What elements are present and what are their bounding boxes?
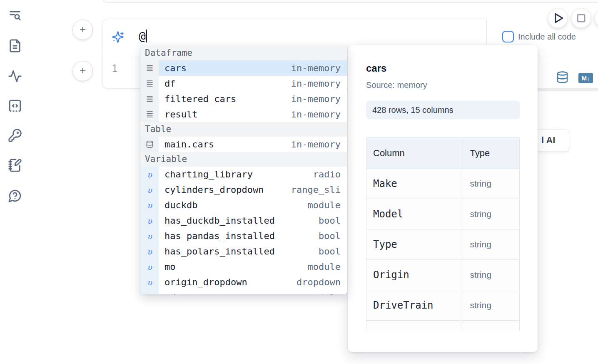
variable-icon: υ	[140, 259, 159, 274]
table-row: DriveTrain string	[366, 290, 520, 321]
sparkles-icon	[112, 31, 124, 43]
autocomplete-item-df[interactable]: dfin-memory	[140, 76, 347, 91]
type-header: Type	[463, 138, 520, 169]
rows-icon	[140, 60, 159, 76]
rows-icon	[140, 107, 159, 122]
variable-icon: υ	[140, 274, 159, 290]
checkbox-zone-divider	[486, 19, 487, 45]
file-document-icon[interactable]	[8, 39, 22, 53]
database-icon	[140, 137, 159, 152]
autocomplete-item-main-cars[interactable]: main.carsin-memory	[140, 137, 347, 152]
notebook-pen-icon[interactable]	[8, 158, 22, 172]
variable-icon: υ	[140, 244, 159, 259]
autocomplete-item-has-polars-installed[interactable]: υ has_polars_installedbool	[140, 244, 347, 259]
include-all-code-label: Include all code	[518, 32, 576, 42]
table-row: Model string	[366, 199, 520, 229]
variable-icon: υ	[140, 182, 159, 197]
markdown-icon[interactable]: M↓	[578, 73, 593, 83]
variable-icon: υ	[140, 290, 159, 294]
autocomplete-item-result[interactable]: resultin-memory	[140, 107, 347, 122]
add-cell-below-button[interactable]: +	[72, 61, 93, 81]
sidebar	[0, 0, 30, 364]
previous-cell-edge	[102, 0, 598, 3]
add-cell-above-button[interactable]: +	[72, 20, 93, 40]
rows-icon	[140, 76, 159, 91]
help-chat-icon[interactable]	[8, 189, 22, 203]
variable-icon: υ	[140, 197, 159, 213]
line-number: 1	[112, 63, 117, 75]
variable-icon: υ	[140, 167, 159, 182]
autocomplete-item-has-duckdb-installed[interactable]: υ has_duckdb_installedbool	[140, 213, 347, 228]
activity-pulse-icon[interactable]	[8, 69, 22, 83]
schema-header-row: Column Type	[366, 138, 520, 169]
shape-badge: 428 rows, 15 columns	[366, 101, 520, 119]
table-row: Origin string	[366, 260, 520, 290]
dataframe-preview-panel: cars Source: memory 428 rows, 15 columns…	[348, 45, 538, 352]
autocomplete-item-filtered-cars[interactable]: filtered_carsin-memory	[140, 91, 347, 107]
autocomplete-item-cylinders-dropdown[interactable]: υ cylinders_dropdownrange_sli	[140, 182, 347, 197]
preview-source: Source: memory	[366, 80, 520, 90]
schema-table-wrap: Column Type Make string Model string Typ…	[366, 137, 520, 331]
autocomplete-item-origin-dropdown[interactable]: υ origin_dropdowndropdown	[140, 274, 347, 290]
table-row: Type string	[366, 229, 520, 260]
section-header-table: Table	[140, 122, 347, 137]
section-header-dataframe: Dataframe	[140, 46, 347, 60]
rows-icon	[140, 91, 159, 107]
autocomplete-dropdown: Dataframe carsin-memory dfin-memory filt…	[140, 46, 347, 294]
preview-title: cars	[366, 62, 520, 74]
autocomplete-item-pd-clipped[interactable]: υ pdmodule	[140, 290, 347, 294]
variable-icon: υ	[140, 213, 159, 228]
autocomplete-item-cars[interactable]: carsin-memory	[140, 60, 347, 76]
table-row-clipped	[366, 321, 520, 332]
autocomplete-item-has-pandas-installed[interactable]: υ has_pandas_installedbool	[140, 228, 347, 244]
cell-bottom-edge	[537, 89, 598, 91]
column-header: Column	[366, 138, 463, 169]
ai-prompt-value: @	[139, 30, 146, 43]
text-search-icon[interactable]	[8, 9, 22, 23]
table-row: Make string	[366, 169, 520, 199]
code-snippet-icon[interactable]	[8, 99, 22, 113]
autocomplete-item-charting-library[interactable]: υ charting_libraryradio	[140, 167, 347, 182]
database-icon[interactable]	[556, 70, 569, 84]
section-header-variable: Variable	[140, 152, 347, 167]
key-icon[interactable]	[8, 128, 22, 142]
include-all-code-checkbox[interactable]	[502, 31, 514, 42]
autocomplete-item-duckdb[interactable]: υ duckdbmodule	[140, 197, 347, 213]
text-caret	[146, 30, 147, 42]
ai-prompt-input[interactable]: @	[139, 30, 147, 43]
schema-table: Column Type Make string Model string Typ…	[366, 137, 520, 331]
variable-icon: υ	[140, 228, 159, 244]
run-cell-button[interactable]	[548, 8, 568, 28]
stop-cell-button[interactable]	[571, 8, 591, 28]
autocomplete-item-mo[interactable]: υ momodule	[140, 259, 347, 274]
